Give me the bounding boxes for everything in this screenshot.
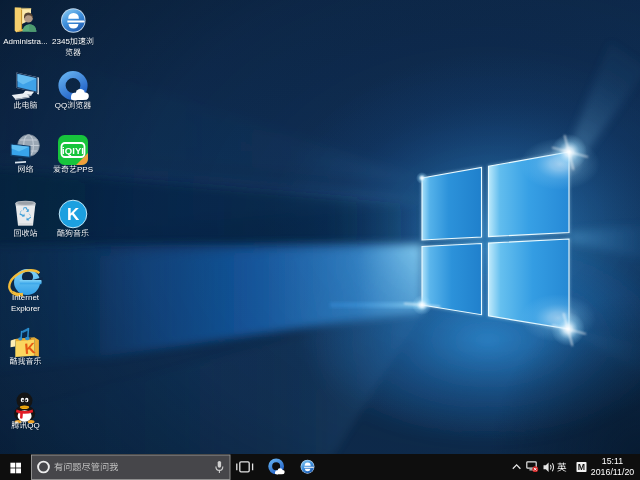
svg-text:2345: 2345 <box>52 37 70 46</box>
svg-text:15:11: 15:11 <box>602 456 623 466</box>
svg-text:K: K <box>67 205 80 224</box>
svg-text:Explorer: Explorer <box>11 304 40 313</box>
svg-text:K: K <box>24 339 36 357</box>
svg-text:M: M <box>578 462 585 472</box>
svg-text:iQIYI: iQIYI <box>62 145 84 156</box>
svg-text:QQ: QQ <box>55 101 67 110</box>
svg-text:QQ: QQ <box>27 421 39 430</box>
svg-text:PPS: PPS <box>77 165 93 174</box>
svg-text:2016/11/20: 2016/11/20 <box>591 467 634 477</box>
svg-text:Internet: Internet <box>12 293 40 302</box>
svg-text:Administra...: Administra... <box>3 37 47 46</box>
